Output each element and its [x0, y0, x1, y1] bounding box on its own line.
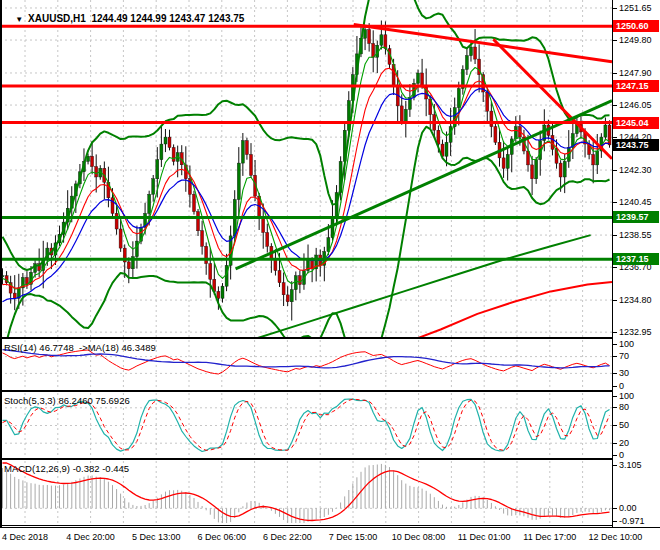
axis-price-label: 1238.55 — [619, 230, 652, 241]
axis-tick-mark — [612, 344, 617, 345]
panel-separator[interactable] — [0, 458, 612, 460]
axis-price-label: 80 — [619, 402, 629, 413]
price-level-badge: 1250.60 — [613, 20, 659, 32]
rsi-indicator-label: RSI(14) 46.7748 ->MA(18) 46.3489 — [4, 342, 156, 353]
axis-price-label: 1246.05 — [619, 100, 652, 111]
axis-tick-mark — [612, 8, 617, 9]
time-axis-label: 11 Dec 01:00 — [448, 532, 520, 542]
axis-tick-mark — [612, 137, 617, 138]
axis-tick-mark — [612, 235, 617, 236]
time-axis-label: 10 Dec 08:00 — [383, 532, 455, 542]
macd-indicator-label: MACD(12,26,9) -0.382 -0.445 — [4, 463, 129, 474]
axis-tick-mark — [612, 170, 617, 171]
axis-tick-mark — [612, 373, 617, 374]
axis-price-label: 1234.80 — [619, 295, 652, 306]
ohlc-close: 1243.75 — [208, 13, 244, 24]
axis-tick-mark — [612, 40, 617, 41]
axis-price-label: 3.105 — [619, 460, 642, 471]
chart-symbol: XAUUSD,H1 — [28, 13, 86, 24]
axis-price-label: 100 — [619, 339, 634, 350]
axis-tick-mark — [612, 455, 617, 456]
price-level-badge: 1247.15 — [613, 80, 659, 92]
axis-price-label: 20 — [619, 438, 629, 449]
price-level-badge: 1245.04 — [613, 117, 659, 129]
axis-price-label: 30 — [619, 368, 629, 379]
time-axis-label: 5 Dec 13:00 — [120, 532, 192, 542]
axis-price-label: 1249.80 — [619, 35, 652, 46]
time-axis-border — [0, 527, 660, 528]
axis-tick-mark — [612, 396, 617, 397]
axis-price-label: -0.971 — [619, 516, 645, 527]
axis-tick-mark — [612, 73, 617, 74]
time-axis-label: 6 Dec 22:00 — [251, 532, 323, 542]
axis-price-label: 100 — [619, 391, 634, 402]
axis-price-label: 1247.90 — [619, 68, 652, 79]
symbol-dropdown-icon[interactable]: ▼ — [15, 15, 23, 24]
time-axis-label: 7 Dec 15:00 — [317, 532, 389, 542]
time-axis-label: 6 Dec 06:00 — [186, 532, 258, 542]
axis-tick-mark — [612, 267, 617, 268]
chart-title: ▼XAUUSD,H1 1244.49 1244.99 1243.47 1243.… — [4, 2, 244, 35]
axis-tick-mark — [612, 332, 617, 333]
panel-separator[interactable] — [0, 525, 612, 526]
axis-tick-mark — [612, 407, 617, 408]
time-axis-label: 4 Dec 20:00 — [55, 532, 127, 542]
price-level-badge: 1237.15 — [613, 253, 659, 265]
ohlc-low: 1243.47 — [169, 13, 205, 24]
axis-tick-mark — [612, 386, 617, 387]
axis-price-label: 1240.45 — [619, 197, 652, 208]
axis-price-label: 50 — [619, 420, 629, 431]
axis-tick-mark — [612, 356, 617, 357]
time-axis-label: 4 Dec 2018 — [0, 532, 61, 542]
chart-left-border — [0, 0, 2, 527]
axis-tick-mark — [612, 300, 617, 301]
panel-separator[interactable] — [0, 390, 612, 392]
ohlc-high: 1244.99 — [130, 13, 166, 24]
axis-tick-mark — [612, 105, 617, 106]
time-axis-label: 11 Dec 17:00 — [514, 532, 586, 542]
axis-tick-mark — [612, 508, 617, 509]
axis-tick-mark — [612, 521, 617, 522]
trading-chart-window: ▼XAUUSD,H1 1244.49 1244.99 1243.47 1243.… — [0, 0, 660, 550]
panel-separator[interactable] — [0, 337, 612, 339]
axis-price-label: 70 — [619, 351, 629, 362]
time-axis-label: 12 Dec 10:00 — [579, 532, 651, 542]
axis-tick-mark — [612, 465, 617, 466]
axis-price-label: 1232.95 — [619, 327, 652, 338]
axis-price-label: 0.00 — [619, 503, 637, 514]
ohlc-open: 1244.49 — [91, 13, 127, 24]
axis-price-label: 1242.30 — [619, 165, 652, 176]
axis-tick-mark — [612, 202, 617, 203]
axis-tick-mark — [612, 443, 617, 444]
axis-tick-mark — [612, 425, 617, 426]
axis-price-label: 1251.65 — [619, 3, 652, 14]
stochastic-indicator-label: Stoch(5,3,3) 86.2460 75.6926 — [4, 395, 130, 406]
price-level-badge: 1239.57 — [613, 211, 659, 223]
current-price-badge: 1243.75 — [613, 139, 659, 151]
